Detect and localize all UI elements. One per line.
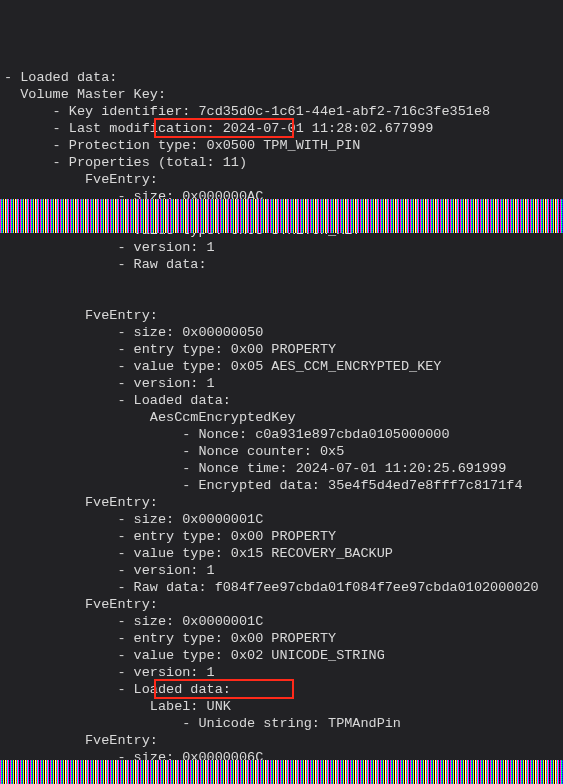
noise-occlusion-1 (0, 199, 563, 233)
terminal-output: - Loaded data: Volume Master Key: - Key … (0, 68, 563, 784)
noise-occlusion-2 (0, 760, 563, 784)
highlight-box-1 (154, 118, 294, 138)
highlight-box-2 (154, 679, 294, 699)
